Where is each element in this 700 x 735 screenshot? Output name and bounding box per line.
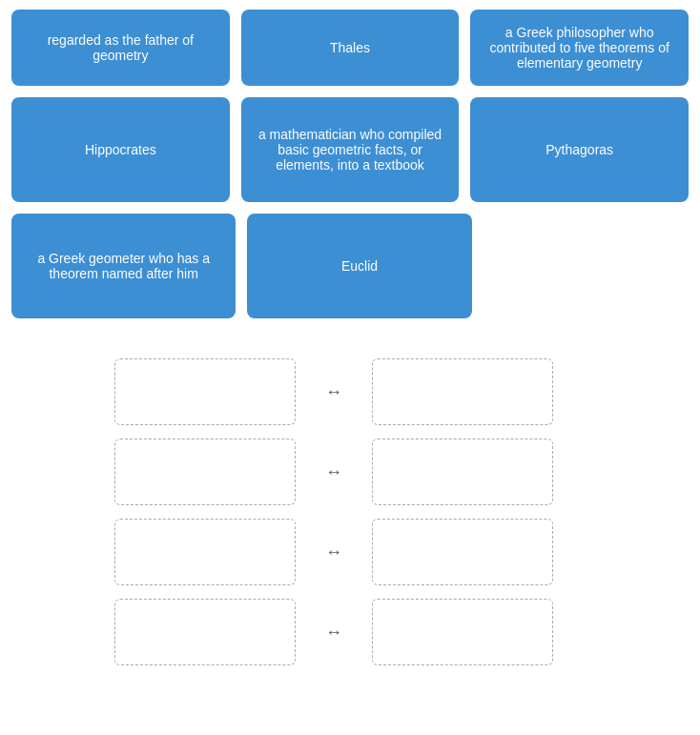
match-left-3[interactable] [114, 519, 296, 585]
match-right-4[interactable] [372, 599, 553, 665]
match-right-2[interactable] [372, 439, 553, 505]
arrow-1: ↔ [296, 382, 372, 402]
card-mathematician[interactable]: a mathematician who compiled basic geome… [241, 97, 460, 202]
match-row-3: ↔ [114, 519, 586, 585]
card-hippocrates[interactable]: Hippocrates [11, 97, 230, 202]
match-left-2[interactable] [114, 439, 296, 505]
arrow-3: ↔ [296, 542, 372, 562]
match-right-1[interactable] [372, 358, 553, 425]
top-section: regarded as the father of geometry Thale… [0, 0, 700, 339]
card-greek-philosopher[interactable]: a Greek philosopher who contributed to f… [470, 10, 689, 86]
match-row-4: ↔ [114, 599, 586, 665]
card-row-3: a Greek geometer who has a theorem named… [11, 214, 689, 318]
card-father-geometry[interactable]: regarded as the father of geometry [11, 10, 230, 86]
arrow-2: ↔ [296, 462, 372, 482]
card-row-1: regarded as the father of geometry Thale… [11, 10, 689, 86]
match-left-1[interactable] [114, 358, 296, 425]
card-euclid[interactable]: Euclid [247, 214, 471, 318]
arrow-4: ↔ [296, 623, 372, 643]
card-thales[interactable]: Thales [241, 10, 460, 86]
card-pythagoras[interactable]: Pythagoras [470, 97, 689, 202]
matching-section: ↔ ↔ ↔ ↔ [0, 339, 700, 684]
match-row-1: ↔ [114, 358, 586, 425]
card-row-2: Hippocrates a mathematician who compiled… [11, 97, 689, 202]
match-right-3[interactable] [372, 519, 553, 585]
card-geometer[interactable]: a Greek geometer who has a theorem named… [11, 214, 236, 318]
match-left-4[interactable] [114, 599, 296, 665]
match-row-2: ↔ [114, 439, 586, 505]
card-placeholder [484, 214, 689, 318]
